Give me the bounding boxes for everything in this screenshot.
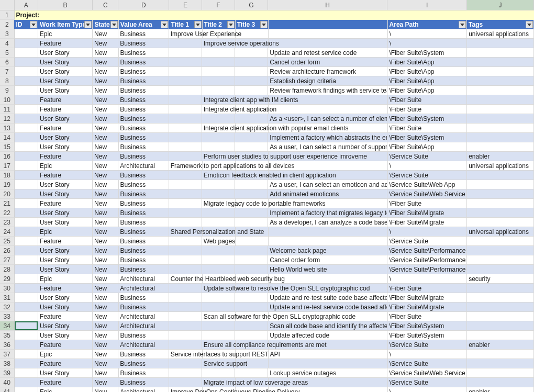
cell-work-item-type[interactable]: User Story [38, 218, 93, 227]
cell-state[interactable]: New [93, 359, 118, 368]
cell-area-path[interactable]: \Service Suite\Performance [387, 265, 467, 274]
col-D[interactable]: D [118, 0, 169, 10]
cell-title2[interactable] [202, 67, 235, 76]
rownum-6[interactable]: 6 [0, 58, 15, 67]
rownum-34[interactable]: 34 [0, 321, 15, 331]
cell-work-item-type[interactable]: User Story [38, 142, 93, 152]
rownum-22[interactable]: 22 [0, 208, 15, 218]
filter-icon[interactable] [227, 21, 235, 28]
cell-value-area[interactable]: Business [118, 29, 169, 39]
cell-title1[interactable] [169, 171, 202, 180]
cell-id[interactable] [15, 133, 38, 142]
cell-id[interactable] [15, 161, 38, 171]
cell-area-path[interactable]: \ [388, 274, 467, 284]
cell-state[interactable]: New [93, 265, 118, 274]
cell-state[interactable]: New [93, 133, 118, 142]
cell-state[interactable]: New [93, 246, 118, 255]
cell-work-item-type[interactable]: Feature [38, 39, 93, 48]
cell-state[interactable]: New [93, 180, 118, 189]
cell-J1[interactable] [467, 10, 534, 20]
col-F[interactable]: F [202, 0, 235, 10]
cell-work-item-type[interactable]: User Story [38, 255, 93, 265]
cell-area-path[interactable]: \Fiber Suite\System [387, 321, 467, 331]
rownum-32[interactable]: 32 [0, 303, 15, 312]
cell-tags[interactable]: universal applications [467, 227, 534, 237]
cell-tags[interactable] [467, 171, 534, 180]
cell-id[interactable] [15, 387, 38, 392]
cell-area-path[interactable]: \Fiber Suite\App [387, 76, 467, 86]
cell-title2[interactable] [202, 86, 235, 95]
cell-tags[interactable] [467, 237, 534, 246]
cell-title1[interactable] [169, 86, 202, 95]
header-id[interactable]: ID [14, 20, 38, 29]
cell-state[interactable]: New [93, 321, 118, 331]
cell-title2[interactable]: Scan all software for the Open SLL crypt… [202, 312, 236, 321]
rownum-36[interactable]: 36 [0, 340, 15, 350]
cell-title3[interactable]: Update and re-test service code based af… [268, 303, 387, 312]
cell-value-area[interactable]: Business [119, 368, 169, 378]
cell-work-item-type[interactable]: User Story [38, 189, 93, 199]
cell-title2[interactable] [202, 321, 235, 331]
cell-state[interactable]: New [93, 387, 118, 392]
cell-A1[interactable]: Project: Fabrikam Server: https://dev.az… [15, 10, 39, 20]
cell-title2[interactable]: Service support [202, 359, 236, 368]
cell-work-item-type[interactable]: User Story [38, 114, 93, 124]
rownum-24[interactable]: 24 [0, 227, 15, 237]
cell-area-path[interactable]: \Service Suite\Web Service [387, 189, 467, 199]
cell-title1[interactable] [169, 124, 202, 133]
cell-work-item-type[interactable]: User Story [38, 321, 93, 331]
cell-id[interactable] [15, 293, 38, 303]
cell-title1[interactable] [169, 340, 202, 350]
cell-title3[interactable] [269, 39, 388, 48]
cell-title1[interactable] [169, 303, 202, 312]
cell-area-path[interactable]: \Fiber Suite\Migrate [387, 303, 467, 312]
cell-value-area[interactable]: Architectural [118, 312, 169, 321]
cell-title1[interactable] [169, 255, 202, 265]
cell-work-item-type[interactable]: User Story [38, 133, 93, 142]
cell-area-path[interactable]: \Fiber Suite\Migrate [387, 218, 467, 227]
cell-value-area[interactable]: Business [119, 67, 169, 76]
cell-value-area[interactable]: Business [118, 227, 169, 237]
cell-E1[interactable] [170, 10, 203, 20]
rownum-26[interactable]: 26 [0, 246, 15, 255]
cell-id[interactable] [15, 39, 38, 48]
rownum-41[interactable]: 41 [0, 387, 15, 392]
cell-id[interactable] [15, 67, 38, 76]
cell-value-area[interactable]: Architectural [118, 161, 169, 171]
cell-id[interactable] [15, 180, 38, 189]
cell-id[interactable] [15, 199, 38, 208]
cell-tags[interactable]: security [467, 274, 534, 284]
cell-id[interactable] [15, 48, 38, 58]
cell-value-area[interactable]: Business [119, 293, 169, 303]
cell-state[interactable]: New [93, 227, 118, 237]
cell-value-area[interactable]: Business [119, 48, 169, 58]
cell-tags[interactable] [467, 284, 534, 293]
cell-area-path[interactable]: \Service Suite [388, 152, 467, 161]
cell-value-area[interactable]: Business [118, 350, 169, 359]
cell-area-path[interactable]: \Fiber Suite\System [387, 114, 467, 124]
cell-title1[interactable] [169, 359, 202, 368]
rownum-10[interactable]: 10 [0, 95, 15, 105]
cell-area-path[interactable]: \Fiber Suite\App [387, 58, 467, 67]
cell-value-area[interactable]: Business [119, 58, 169, 67]
rownum-29[interactable]: 29 [0, 274, 15, 284]
cell-title3[interactable]: Update and re-test suite code base affec… [268, 293, 387, 303]
cell-title2[interactable] [202, 265, 235, 274]
cell-value-area[interactable]: Architectural [119, 321, 169, 331]
cell-title3[interactable] [269, 105, 388, 114]
cell-state[interactable]: New [93, 86, 118, 95]
cell-title2[interactable] [202, 180, 235, 189]
cell-tags[interactable] [467, 368, 534, 378]
cell-id[interactable] [15, 227, 38, 237]
cell-title3[interactable] [269, 359, 388, 368]
cell-tags[interactable] [467, 303, 534, 312]
cell-area-path[interactable]: \ [388, 29, 467, 39]
cell-work-item-type[interactable]: Epic [38, 350, 93, 359]
cell-title1[interactable]: Service interfaces to support REST API [169, 350, 203, 359]
cell-tags[interactable] [467, 350, 534, 359]
cell-area-path[interactable]: \Fiber Suite [388, 284, 467, 293]
cell-title3-g[interactable] [235, 368, 268, 378]
filter-icon[interactable] [84, 21, 92, 28]
rownum-18[interactable]: 18 [0, 171, 15, 180]
cell-title3[interactable]: As a developer, I can analyze a code bas… [268, 218, 387, 227]
